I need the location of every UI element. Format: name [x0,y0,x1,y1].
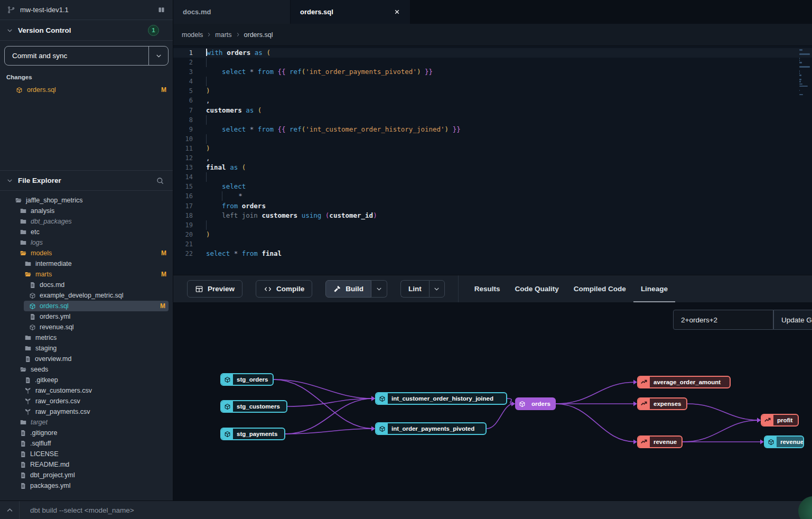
file-explorer-header[interactable]: File Explorer [0,170,173,191]
tree-item-label: marts [35,271,52,278]
sidebar: mw-test-idev1.1 Version Control 1 Commit… [0,0,173,501]
lineage-node-stg_orders[interactable]: stg_orders [220,373,274,386]
main-panel: docs.md orders.sql models marts orders.s… [173,0,812,501]
tree-item-staging[interactable]: staging [0,343,173,354]
metric-chart-icon [638,398,650,409]
tree-item-jaffle_shop_metrics[interactable]: jaffle_shop_metrics [0,195,173,206]
file-icon [24,377,31,384]
tree-item-label: target [31,419,48,426]
tree-item-etc[interactable]: etc [0,227,173,237]
tree-item-overview.md[interactable]: overview.md [0,354,173,364]
seed-icon [24,408,32,415]
tree-item-target[interactable]: target [0,417,173,428]
search-icon[interactable] [156,177,164,185]
lineage-node-int_order_payments_pivoted[interactable]: int_order_payments_pivoted [375,422,487,435]
lineage-node-orders[interactable]: orders [515,397,556,410]
file-tree: jaffle_shop_metricsanalysisdbt_packagese… [0,191,173,501]
expand-command-bar-button[interactable] [0,501,19,519]
line-number: 21 [173,239,193,249]
breadcrumb-item-marts[interactable]: marts [215,31,231,39]
minimap[interactable] [799,49,811,96]
code-line-17: 17 from orders [173,201,812,211]
commit-and-sync-button[interactable]: Commit and sync [5,47,148,65]
tree-item-label: orders.yml [40,313,70,320]
tab-lineage[interactable]: Lineage [633,275,675,303]
lineage-node-profit[interactable]: profit [761,414,799,427]
code-line-7: 7customers as ( [173,106,812,115]
tree-item-metrics[interactable]: metrics [0,332,173,343]
build-dropdown-button[interactable] [371,280,387,298]
breadcrumb-item-models[interactable]: models [182,31,203,39]
tree-item-raw_customers.csv[interactable]: raw_customers.csv [0,385,173,396]
tree-item-README.md[interactable]: README.md [0,459,173,470]
breadcrumb-item-orders-sql[interactable]: orders.sql [244,31,273,39]
lineage-search-input[interactable] [673,310,773,330]
preview-button[interactable]: Preview [187,280,242,298]
modified-badge: M [161,86,166,94]
node-label: profit [773,417,796,423]
tree-item-LICENSE[interactable]: LICENSE [0,449,173,459]
folder-icon [20,207,27,215]
tree-item-label: raw_customers.csv [35,387,92,394]
lineage-node-stg_payments[interactable]: stg_payments [220,428,285,440]
changed-file-name: orders.sql [27,86,56,94]
build-button[interactable]: Build [325,280,371,298]
node-label: int_customer_order_history_joined [388,395,497,402]
tree-item-raw_orders.csv[interactable]: raw_orders.csv [0,396,173,406]
tree-item-docs.md[interactable]: docs.md [0,280,173,290]
command-input[interactable] [30,506,812,514]
version-control-header[interactable]: Version Control 1 [0,20,173,41]
tree-item-dbt_packages[interactable]: dbt_packages [0,216,173,227]
tree-item-orders.sql[interactable]: orders.sqlM [24,301,169,311]
lineage-node-int_customer_order_history_joined[interactable]: int_customer_order_history_joined [375,392,507,405]
tree-item-example_develop_metric.sql[interactable]: example_develop_metric.sql [0,290,173,301]
tab-orders-sql[interactable]: orders.sql [291,0,410,24]
line-number: 5 [173,86,193,96]
file-icon [20,430,26,437]
tree-item-logs[interactable]: logs [0,237,173,248]
tree-item-.gitignore[interactable]: .gitignore [0,428,173,438]
lineage-node-expenses[interactable]: expenses [637,397,687,410]
metric-chart-icon [762,415,773,425]
changed-file-orders-sql[interactable]: orders.sql M [0,84,173,96]
panel-toggle-icon[interactable] [157,6,165,14]
tree-item-analysis[interactable]: analysis [0,206,173,216]
code-line-5: 5) [173,86,812,96]
update-graph-button[interactable]: Update G [773,310,812,330]
lint-button[interactable]: Lint [400,280,429,298]
compile-button[interactable]: Compile [256,280,312,298]
tree-item-dbt_project.yml[interactable]: dbt_project.yml [0,470,173,480]
tree-item-.gitkeep[interactable]: .gitkeep [0,375,173,385]
tab-results[interactable]: Results [467,275,508,303]
code-editor[interactable]: 1with orders as (23 select * from {{ ref… [173,46,812,275]
line-number: 1 [173,48,193,58]
tree-item-seeds[interactable]: seeds [0,364,173,375]
lineage-node-revenue_metric[interactable]: revenue [637,435,683,448]
tree-item-packages.yml[interactable]: packages.yml [0,480,173,491]
tree-item-.sqlfluff[interactable]: .sqlfluff [0,438,173,449]
folder-open-icon [15,197,22,204]
tab-docs-md[interactable]: docs.md [173,0,291,24]
commit-dropdown-button[interactable] [148,47,168,65]
line-number: 8 [173,115,193,125]
tree-item-models[interactable]: modelsM [0,248,173,258]
lineage-node-revenue_model[interactable]: revenue [764,435,804,448]
file-icon [20,483,26,489]
line-number: 9 [173,125,193,134]
tab-compiled-code[interactable]: Compiled Code [566,275,633,303]
modified-badge: M [161,249,166,257]
tree-item-revenue.sql[interactable]: revenue.sql [0,322,173,332]
lineage-node-stg_customers[interactable]: stg_customers [220,400,287,413]
tree-item-label: metrics [35,334,57,341]
line-number: 11 [173,144,193,153]
tree-item-raw_payments.csv[interactable]: raw_payments.csv [0,406,173,417]
tree-item-marts[interactable]: martsM [0,269,173,280]
lineage-node-average_order_amount[interactable]: average_order_amount [637,376,731,388]
tree-item-orders.yml[interactable]: orders.yml [0,311,173,322]
chevron-down-icon [6,177,13,184]
tab-code-quality[interactable]: Code Quality [508,275,566,303]
tree-item-intermediate[interactable]: intermediate [0,258,173,269]
lint-dropdown-button[interactable] [429,280,445,298]
close-icon[interactable] [394,8,400,15]
cube-icon [29,292,36,299]
